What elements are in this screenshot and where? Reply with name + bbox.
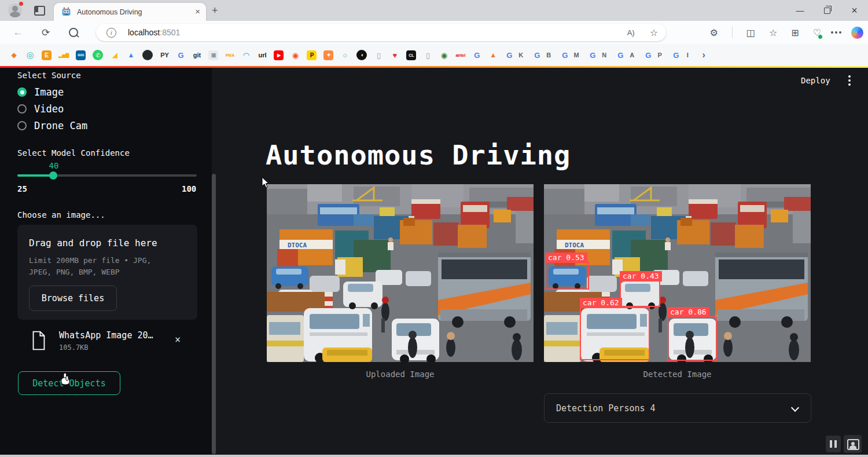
bookmark-letter-p[interactable]: P (655, 50, 664, 60)
search-icon[interactable] (64, 21, 83, 44)
pause-button[interactable] (826, 436, 841, 452)
read-aloud-icon[interactable]: A) (627, 28, 635, 37)
bookmark-letter-i[interactable]: I (683, 50, 692, 60)
back-icon[interactable]: ← (8, 21, 28, 44)
bookmark-p-yellow[interactable]: P (307, 50, 317, 60)
bookmark-letter-k[interactable]: K (516, 50, 525, 60)
uploaded-file-row: WhatsApp Image 20… 105.7KB × (17, 328, 191, 356)
bookmark-eye[interactable]: ◉ (290, 50, 300, 60)
detection-label: car 0.53 (545, 253, 587, 263)
bookmark-camera[interactable]: ✦ (323, 50, 333, 60)
detections-expander[interactable]: Detection Persons 4 (544, 393, 811, 423)
bookmark-doc-1[interactable]: ▯ (374, 50, 383, 60)
address-bar: ← ⟳ i localhost:8501 A) ☆ ⚙ ◫ ☆ ⊞ ♡ (0, 21, 868, 44)
bookmark-google-g3[interactable]: G (505, 50, 514, 60)
detected-image-caption: Detected Image (544, 370, 811, 379)
bookmark-eagle[interactable]: ◖ (356, 50, 367, 60)
app-menu-icon[interactable] (848, 75, 851, 78)
bookmark-github[interactable] (142, 50, 153, 60)
file-size: 105.7KB (59, 343, 89, 352)
person-frame-icon (847, 439, 859, 450)
minimize-button[interactable]: — (786, 0, 814, 21)
new-tab-button[interactable]: + (212, 5, 218, 17)
slider-thumb[interactable] (49, 171, 57, 180)
site-info-icon[interactable]: i (106, 28, 116, 38)
bookmark-google-g9[interactable]: G (671, 50, 681, 60)
browser-tab[interactable]: Autonomous Driving × (54, 3, 206, 21)
bookmark-doc-2[interactable]: ▯ (423, 50, 432, 60)
bookmark-google-g6[interactable]: G (588, 50, 597, 60)
bookmark-godaddy[interactable]: ◎ (25, 50, 35, 60)
tab-close-icon[interactable]: × (195, 6, 200, 16)
sidebar: Select Source ImageVideoDrone Cam Select… (0, 68, 212, 455)
bookmark-letter-m[interactable]: M (572, 50, 581, 60)
slider-min: 25 (17, 184, 27, 193)
bookmark-wifi[interactable]: ◠ (241, 50, 251, 60)
bookmark-play[interactable]: ▲ (126, 50, 135, 60)
radio-option-drone-cam[interactable]: Drone Cam (17, 120, 87, 131)
radio-label: Video (34, 103, 64, 115)
url-field[interactable]: i localhost:8501 A) ☆ (96, 24, 666, 41)
file-name: WhatsApp Image 20… (59, 330, 153, 341)
bookmark-letter-b[interactable]: B (544, 50, 553, 60)
bookmark-cl[interactable]: CL (406, 50, 416, 60)
bookmark-google-ads[interactable]: ◢ (110, 50, 119, 60)
bookmark-globe[interactable]: ◉ (439, 50, 448, 60)
bookmark-google-g4[interactable]: G (532, 50, 542, 60)
bookmark-py[interactable]: PY (160, 50, 169, 60)
detection-overlay: car 0.53car 0.43car 0.62car 0.86 (544, 184, 811, 362)
bookmark-letter-a[interactable]: A (627, 50, 637, 60)
bookmark-git[interactable]: git (192, 50, 201, 60)
browser-essentials-icon[interactable]: ♡ (813, 27, 821, 38)
favorites-icon[interactable]: ☆ (769, 27, 777, 38)
browser-tab-strip: Autonomous Driving × + — × (0, 0, 868, 21)
bookmark-heart[interactable]: ♥ (390, 50, 399, 60)
bookmark-matlab[interactable]: ▲ (488, 50, 498, 60)
copilot-icon[interactable] (851, 27, 863, 39)
detect-objects-label: Detect Objects (32, 378, 105, 389)
bookmark-app-gray[interactable]: ▣ (208, 50, 218, 60)
settings-more-icon[interactable] (835, 31, 837, 34)
bookmark-google-g2[interactable]: G (472, 50, 481, 60)
detect-objects-button[interactable]: Detect Objects (18, 371, 120, 395)
bookmark-ieee[interactable]: IEEE (76, 50, 86, 60)
bookmark-url[interactable]: url (258, 50, 267, 60)
bookmark-google-g1[interactable]: G (176, 50, 185, 60)
bookmark-green-ring[interactable]: ○ (340, 50, 350, 60)
close-button[interactable]: × (841, 0, 868, 21)
remove-file-icon[interactable]: × (175, 334, 181, 345)
bookmark-airtel[interactable]: airtel (455, 50, 465, 60)
browse-files-button[interactable]: Browse files (29, 286, 117, 311)
uploader-label: Choose an image... (17, 210, 105, 220)
favorite-star-icon[interactable]: ☆ (650, 27, 658, 38)
sidebar-scrollbar[interactable] (212, 174, 216, 454)
radio-label: Drone Cam (34, 120, 87, 131)
deploy-button[interactable]: Deploy (801, 76, 830, 85)
bookmark-phpmyadmin[interactable]: PMA (225, 50, 234, 60)
bookmark-google-g8[interactable]: G (643, 50, 653, 60)
tab-layout-icon[interactable] (34, 6, 45, 16)
bookmark-e-badge[interactable]: E (42, 50, 52, 60)
radio-option-image[interactable]: Image (17, 87, 87, 97)
extensions-icon[interactable]: ⚙ (709, 27, 718, 38)
detection-label: car 0.43 (620, 271, 662, 281)
bookmark-overflow[interactable]: › (699, 50, 708, 60)
bookmark-google-g7[interactable]: G (616, 50, 625, 60)
screen-share-button[interactable] (844, 435, 862, 453)
file-dropzone[interactable]: Drag and drop file here Limit 200MB per … (17, 225, 197, 320)
bookmark-google-g5[interactable]: G (560, 50, 569, 60)
source-label: Select Source (17, 71, 81, 80)
url-text[interactable]: localhost:8501 (128, 28, 180, 37)
restore-button[interactable] (814, 0, 841, 21)
radio-label: Image (34, 86, 64, 98)
bookmark-youtube[interactable]: ▶ (274, 50, 284, 60)
bookmark-analytics[interactable]: ▂▅▇ (58, 50, 69, 60)
bookmark-diamond[interactable]: ◆ (9, 50, 19, 60)
bookmark-whatsapp[interactable]: ✆ (93, 50, 103, 60)
bookmark-letter-n[interactable]: N (599, 50, 609, 60)
split-screen-icon[interactable]: ◫ (746, 27, 755, 38)
radio-option-video[interactable]: Video (17, 104, 87, 114)
collections-icon[interactable]: ⊞ (791, 27, 799, 38)
confidence-slider[interactable] (17, 174, 197, 177)
refresh-icon[interactable]: ⟳ (36, 21, 56, 44)
